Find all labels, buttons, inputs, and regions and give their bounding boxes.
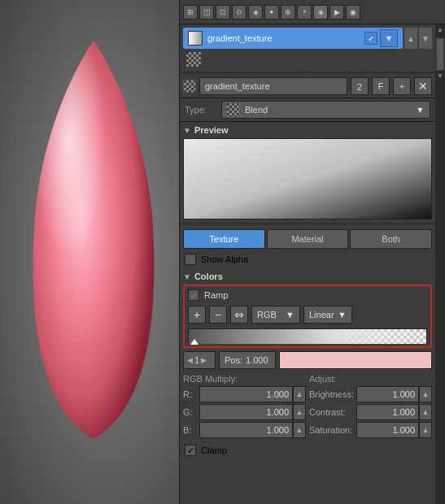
type-dropdown-inner: Blend	[227, 103, 268, 116]
rgb-adjust-row: RGB Multiply: R: 1.000 ▲ G: 1.000 ▲ B: 1…	[180, 372, 435, 441]
stepper-value: 1	[194, 355, 199, 365]
b-field-row: B: 1.000 ▲	[183, 422, 306, 438]
texture-item-icons: ✓ ▼	[364, 29, 398, 47]
colors-section: ▼ Colors ✓ Ramp +	[180, 268, 435, 372]
rgb-dropdown-chevron: ▼	[286, 310, 294, 319]
ramp-add-button[interactable]: +	[188, 306, 206, 324]
g-value[interactable]: 1.000	[199, 404, 293, 420]
top-toolbar: ⊞ ◫ ⊡ ⊙ ◈ ✦ ⊕ ⌖ ◈ ▶ ◉	[180, 0, 445, 24]
viewport-panel	[0, 0, 179, 504]
type-dropdown[interactable]: Blend ▼	[221, 101, 430, 119]
linear-label: Linear	[309, 310, 334, 319]
teardrop-object	[16, 16, 171, 488]
texture-item-name: gradient_texture	[207, 33, 364, 43]
brightness-increment[interactable]: ▲	[419, 386, 432, 402]
toolbar-icon-1[interactable]: ⊞	[183, 5, 198, 20]
scrollbar: ▲ ▼	[435, 24, 445, 504]
texture-check-icon[interactable]: ✓	[364, 32, 377, 45]
r-field-row: R: 1.000 ▲	[183, 386, 306, 402]
saturation-label: Saturation:	[309, 425, 356, 435]
toolbar-icon-3[interactable]: ⊡	[216, 5, 230, 20]
b-increment[interactable]: ▲	[293, 422, 306, 438]
pos-field[interactable]: Pos: 1.000	[219, 351, 276, 369]
preview-header: ▼ Preview	[183, 125, 432, 135]
toolbar-icon-8[interactable]: ⌖	[297, 5, 312, 20]
contrast-increment[interactable]: ▲	[419, 404, 432, 420]
toolbar-icon-4[interactable]: ⊙	[232, 5, 246, 20]
texture-expand-icon[interactable]: ▼	[380, 29, 398, 47]
show-alpha-label: Show Alpha	[201, 254, 248, 264]
preview-title: Preview	[194, 125, 229, 135]
color-swatch[interactable]	[279, 351, 432, 369]
tab-texture[interactable]: Texture	[183, 229, 265, 249]
saturation-row: Saturation: 1.000 ▲	[309, 422, 432, 438]
texture-user-count: 2	[351, 77, 369, 95]
texture-f-button[interactable]: F	[372, 77, 390, 95]
texture-list-section: gradient_texture ✓ ▼ ▲ ▼	[180, 24, 435, 72]
ramp-controls: + − ⇔ RGB ▼ Linear	[188, 306, 427, 324]
toolbar-icon-9[interactable]: ◈	[313, 5, 328, 20]
scrollbar-thumb[interactable]	[436, 38, 444, 71]
texture-dotted-icon	[186, 52, 201, 67]
pos-value: 1.000	[246, 355, 268, 365]
ramp-remove-button[interactable]: −	[209, 306, 227, 324]
r-increment[interactable]: ▲	[293, 386, 306, 402]
tab-both[interactable]: Both	[350, 229, 432, 249]
texture-type-icon	[183, 80, 196, 93]
adjust-title: Adjust:	[309, 374, 432, 384]
pos-row: ◀ 1 ▶ Pos: 1.000	[183, 351, 432, 369]
texture-name-input[interactable]	[199, 77, 347, 95]
ramp-checkbox[interactable]: ✓	[188, 289, 199, 301]
ramp-mode-dropdown[interactable]: Linear ▼	[303, 306, 352, 324]
r-label: R:	[183, 389, 199, 399]
b-label: B:	[183, 425, 199, 435]
pos-stepper[interactable]: ◀ 1 ▶	[183, 351, 216, 369]
rgb-label: RGB	[257, 310, 277, 319]
ramp-gradient-bar[interactable]	[188, 328, 427, 343]
list-scroll-up[interactable]: ▲	[404, 28, 417, 49]
texture-list-item[interactable]: gradient_texture ✓ ▼	[183, 28, 403, 49]
colors-collapse-icon[interactable]: ▼	[183, 272, 191, 281]
ramp-flip-button[interactable]: ⇔	[230, 306, 248, 324]
saturation-increment[interactable]: ▲	[419, 422, 432, 438]
toolbar-icon-11[interactable]: ◉	[346, 5, 360, 20]
tab-material[interactable]: Material	[267, 229, 349, 249]
preview-collapse-icon[interactable]: ▼	[183, 126, 191, 135]
texture-remove-button[interactable]: ✕	[414, 77, 432, 95]
texture-add-button[interactable]: +	[393, 77, 411, 95]
g-label: G:	[183, 407, 199, 417]
brightness-value[interactable]: 1.000	[356, 386, 419, 402]
toolbar-icon-2[interactable]: ◫	[199, 5, 214, 20]
contrast-label: Contrast:	[309, 407, 356, 417]
svg-rect-6	[189, 329, 426, 344]
properties-panel: ⊞ ◫ ⊡ ⊙ ◈ ✦ ⊕ ⌖ ◈ ▶ ◉ gradient_texture	[179, 0, 445, 504]
brightness-row: Brightness: 1.000 ▲	[309, 386, 432, 402]
toolbar-icon-10[interactable]: ▶	[329, 5, 344, 20]
pos-label: Pos:	[225, 355, 242, 365]
blend-type-icon	[227, 103, 240, 116]
toolbar-icon-7[interactable]: ⊕	[281, 5, 295, 20]
svg-rect-0	[184, 139, 431, 219]
toolbar-icon-5[interactable]: ◈	[248, 5, 263, 20]
type-value: Blend	[245, 105, 268, 115]
b-value[interactable]: 1.000	[199, 422, 293, 438]
ramp-row: ✓ Ramp	[188, 289, 427, 301]
list-scroll-down[interactable]: ▼	[419, 28, 432, 49]
toolbar-icon-6[interactable]: ✦	[264, 5, 279, 20]
g-increment[interactable]: ▲	[293, 404, 306, 420]
texture-thumbnail	[188, 31, 203, 46]
rgb-multiply-title: RGB Multiply:	[183, 374, 306, 384]
type-row: Type: Blend ▼	[180, 98, 435, 122]
contrast-value[interactable]: 1.000	[356, 404, 419, 420]
clamp-checkbox[interactable]: ✓	[185, 445, 196, 456]
ramp-interp-dropdown[interactable]: RGB ▼	[251, 306, 300, 324]
saturation-value[interactable]: 1.000	[356, 422, 419, 438]
adjust-col: Adjust: Brightness: 1.000 ▲ Contrast: 1.…	[309, 374, 432, 440]
ramp-marker[interactable]	[190, 339, 199, 345]
r-value[interactable]: 1.000	[199, 386, 293, 402]
contrast-row: Contrast: 1.000 ▲	[309, 404, 432, 420]
scrollbar-up-button[interactable]: ▲	[435, 24, 445, 35]
dropdown-chevron-icon: ▼	[416, 105, 425, 115]
show-alpha-checkbox[interactable]	[185, 254, 196, 265]
scrollbar-down-button[interactable]: ▼	[435, 71, 445, 81]
